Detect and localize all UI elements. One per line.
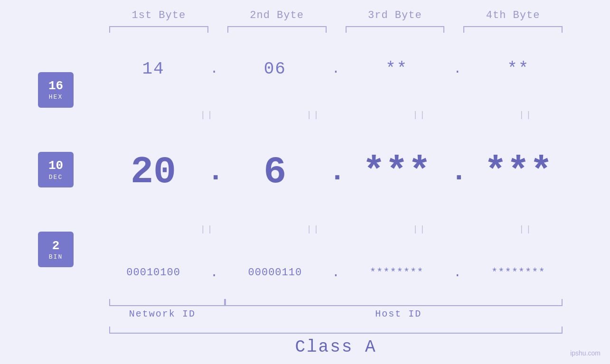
hex-dot3: .: [450, 62, 465, 76]
bin-b4: ********: [465, 267, 572, 279]
host-id-label: Host ID: [225, 308, 572, 319]
badges-column: 16 HEX 10 DEC 2 BIN: [38, 45, 100, 294]
dec-badge-number: 10: [48, 159, 63, 173]
hex-row: 14 . 06 . ** . **: [100, 59, 572, 79]
bracket1: [100, 26, 218, 36]
bracket3: [336, 26, 454, 36]
eq2-b3: ||: [374, 224, 466, 234]
byte1-header: 1st Byte: [100, 9, 218, 21]
equals-section-1: || || || ||: [100, 108, 572, 122]
dec-dot2: .: [329, 156, 343, 188]
hex-b1: 14: [100, 59, 207, 79]
eq2-b1: ||: [161, 224, 253, 234]
network-bracket: [100, 297, 225, 306]
eq2-b4: ||: [480, 224, 572, 234]
bracket4: [454, 26, 572, 36]
bin-b2: 00000110: [221, 267, 328, 279]
eq1-b4: ||: [480, 110, 572, 120]
eq1-b2: ||: [268, 110, 360, 120]
hex-badge: 16 HEX: [38, 72, 74, 108]
network-id-label: Network ID: [100, 308, 225, 319]
bin-dot2: .: [329, 265, 343, 280]
hex-b2: 06: [221, 59, 328, 79]
bin-badge-label: BIN: [49, 253, 63, 261]
byte4-header: 4th Byte: [454, 9, 572, 21]
dec-b4: ***: [465, 150, 572, 194]
hex-b4: **: [465, 59, 572, 79]
hex-badge-label: HEX: [49, 93, 63, 101]
hex-dot2: .: [329, 62, 343, 76]
values-grid: 14 . 06 . ** . ** || || || || 20: [100, 45, 572, 294]
bottom-brackets: [100, 297, 572, 306]
bin-row: 00010100 . 00000110 . ******** . *******…: [100, 265, 572, 280]
eq1-b1: ||: [161, 110, 253, 120]
dec-row: 20 . 6 . *** . ***: [100, 150, 572, 194]
hex-dot1: .: [207, 62, 221, 76]
eq1-b3: ||: [374, 110, 466, 120]
byte-headers: 1st Byte 2nd Byte 3rd Byte 4th Byte: [38, 9, 572, 21]
host-bracket: [225, 297, 572, 306]
hex-b3: **: [343, 59, 450, 79]
bin-b3: ********: [343, 267, 450, 279]
bin-badge: 2 BIN: [38, 232, 74, 267]
dec-dot1: .: [207, 156, 221, 188]
main-content-area: 16 HEX 10 DEC 2 BIN 14 . 06 . ** . **: [38, 45, 572, 294]
bin-b1: 00010100: [100, 267, 207, 279]
watermark: ipshu.com: [570, 349, 601, 357]
class-label: Class A: [100, 337, 572, 357]
dec-badge-label: DEC: [49, 174, 63, 181]
bin-dot1: .: [207, 265, 221, 280]
id-labels: Network ID Host ID: [100, 308, 572, 319]
bin-dot3: .: [450, 265, 465, 280]
main-container: 1st Byte 2nd Byte 3rd Byte 4th Byte 16 H…: [0, 0, 610, 364]
class-area: Class A: [38, 327, 572, 357]
top-brackets: [38, 26, 572, 36]
class-bracket: [109, 327, 563, 334]
bin-badge-number: 2: [52, 239, 60, 253]
bracket2: [218, 26, 336, 36]
dec-dot3: .: [450, 156, 465, 188]
dec-badge: 10 DEC: [38, 152, 74, 187]
dec-b3: ***: [343, 150, 450, 194]
eq2-b2: ||: [268, 224, 360, 234]
dec-b1: 20: [100, 150, 207, 194]
byte2-header: 2nd Byte: [218, 9, 336, 21]
bottom-area: Network ID Host ID: [38, 297, 572, 319]
byte3-header: 3rd Byte: [336, 9, 454, 21]
dec-b2: 6: [221, 150, 328, 194]
hex-badge-number: 16: [48, 79, 63, 93]
equals-section-2: || || || ||: [100, 222, 572, 236]
